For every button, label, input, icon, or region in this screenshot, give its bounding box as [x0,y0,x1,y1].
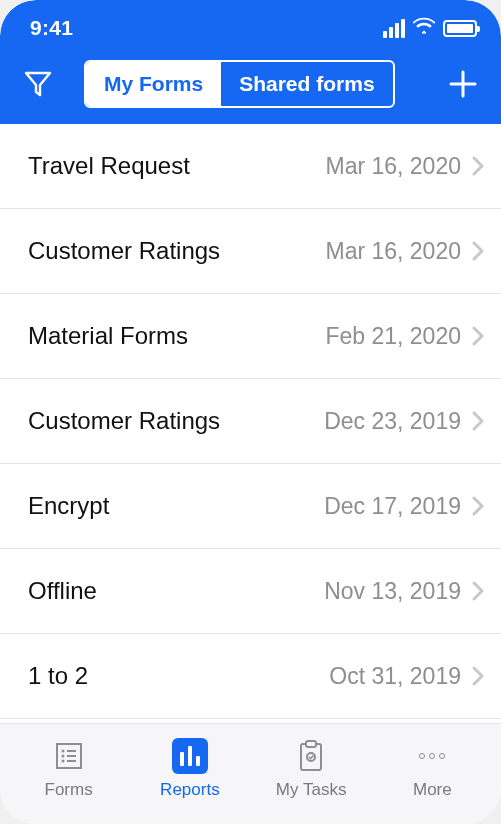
list-item-title: Offline [28,577,314,605]
list-item-date: Oct 31, 2019 [329,663,461,690]
list-item-date: Mar 16, 2020 [325,153,461,180]
chevron-right-icon [471,155,485,177]
tab-mytasks-label: My Tasks [276,780,347,800]
header: 9:41 My Forms Shared forms [0,0,501,124]
mytasks-icon [293,738,329,774]
list-item-title: Travel Request [28,152,315,180]
forms-icon [51,738,87,774]
status-bar: 9:41 [0,16,501,54]
tab-shared-forms[interactable]: Shared forms [221,62,392,106]
list-item-date: Dec 17, 2019 [324,493,461,520]
tab-mytasks[interactable]: My Tasks [251,738,372,800]
list-item-title: Customer Ratings [28,237,315,265]
list-item-title: Material Forms [28,322,315,350]
signal-icon [383,19,405,38]
forms-list: Travel RequestMar 16, 2020Customer Ratin… [0,124,501,723]
phone-frame: 9:41 My Forms Shared forms Travel Reques… [0,0,501,824]
svg-point-1 [61,750,64,753]
chevron-right-icon [471,580,485,602]
chevron-right-icon [471,410,485,432]
add-icon[interactable] [443,64,483,104]
list-item-date: Dec 23, 2019 [324,408,461,435]
reports-icon [172,738,208,774]
list-item-title: Customer Ratings [28,407,314,435]
list-item-title: Encrypt [28,492,314,520]
wifi-icon [413,17,435,39]
more-icon [414,738,450,774]
chevron-right-icon [471,325,485,347]
filter-icon[interactable] [18,64,58,104]
list-item[interactable]: Customer RatingsMar 16, 2020 [0,209,501,294]
list-item[interactable]: Material FormsFeb 21, 2020 [0,294,501,379]
list-item-date: Feb 21, 2020 [325,323,461,350]
chevron-right-icon [471,495,485,517]
svg-rect-8 [306,741,316,747]
tab-more-label: More [413,780,452,800]
list-item-date: Mar 16, 2020 [325,238,461,265]
tab-reports[interactable]: Reports [129,738,250,800]
list-item[interactable]: OfflineNov 13, 2019 [0,549,501,634]
list-item[interactable]: 1 to 2Oct 31, 2019 [0,634,501,719]
segment-control: My Forms Shared forms [84,60,395,108]
tab-forms[interactable]: Forms [8,738,129,800]
svg-point-3 [61,755,64,758]
tab-reports-label: Reports [160,780,220,800]
status-icons [383,17,477,39]
battery-icon [443,20,477,37]
chevron-right-icon [471,240,485,262]
list-item-title: 1 to 2 [28,662,319,690]
list-item-date: Nov 13, 2019 [324,578,461,605]
tab-my-forms[interactable]: My Forms [86,62,221,106]
status-time: 9:41 [30,16,73,40]
toolbar: My Forms Shared forms [0,54,501,112]
tab-bar: Forms Reports My Tasks More [0,723,501,824]
chevron-right-icon [471,665,485,687]
list-item[interactable]: EncryptDec 17, 2019 [0,464,501,549]
list-item[interactable]: Customer RatingsDec 23, 2019 [0,379,501,464]
svg-point-5 [61,760,64,763]
tab-more[interactable]: More [372,738,493,800]
list-item[interactable]: Travel RequestMar 16, 2020 [0,124,501,209]
tab-forms-label: Forms [45,780,93,800]
